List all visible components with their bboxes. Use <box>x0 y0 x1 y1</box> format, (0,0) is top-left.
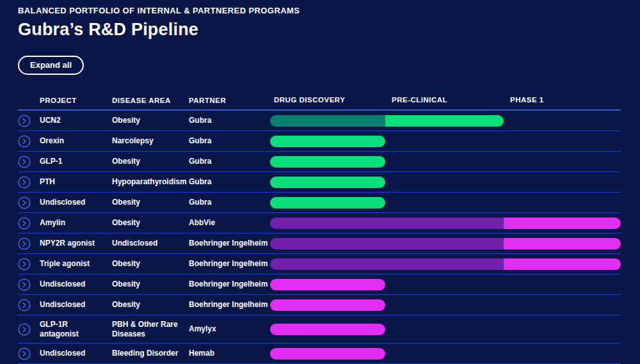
column-header-disease-area: DISEASE AREA <box>112 97 189 104</box>
project-cell: PTH <box>40 175 112 189</box>
bar-segment <box>270 197 385 209</box>
project-cell: Undisclosed <box>40 195 112 209</box>
project-cell: GLP-1 <box>40 154 112 168</box>
project-cell: Amylin <box>40 216 112 230</box>
column-header-drug-discovery: DRUG DISCOVERY <box>274 96 345 104</box>
disease-area-cell: Obesity <box>112 257 189 271</box>
disease-area-cell: Undisclosed <box>112 236 189 250</box>
pipeline-bar <box>270 115 621 127</box>
expand-row-button[interactable] <box>18 237 31 250</box>
partner-cell: Boehringer Ingelheim <box>189 277 270 291</box>
expand-cell <box>18 155 40 168</box>
disease-area-cell: Obesity <box>112 216 189 230</box>
pipeline-page: BALANCED PORTFOLIO OF INTERNAL & PARTNER… <box>0 0 640 364</box>
bar-segment <box>270 299 385 311</box>
disease-area-cell: Obesity <box>112 195 189 209</box>
disease-area-cell: PBH & Other Rare Diseases <box>112 317 189 341</box>
partner-cell: Hemab <box>189 346 270 360</box>
expand-cell <box>18 196 40 209</box>
project-cell: UCN2 <box>40 113 112 127</box>
partner-cell: Gubra <box>189 175 270 189</box>
disease-area-cell: Obesity <box>112 277 189 291</box>
pipeline-bar <box>270 218 621 229</box>
project-cell: Triple agonist <box>40 257 112 271</box>
partner-cell: Gubra <box>189 113 270 127</box>
partner-cell: Boehringer Ingelheim <box>189 236 270 250</box>
partner-cell: Boehringer Ingelheim <box>189 257 270 271</box>
expand-cell <box>18 115 40 127</box>
expand-cell <box>18 237 40 250</box>
table-row[interactable]: Orexin Narcolepsy Gubra <box>18 131 621 152</box>
pipeline-table: PROJECT DISEASE AREA PARTNER DRUG DISCOV… <box>18 96 621 364</box>
expand-row-button[interactable] <box>18 115 31 127</box>
pipeline-bar <box>270 279 621 290</box>
table-row[interactable]: PTH Hypoparathyroidism Gubra <box>18 172 621 193</box>
expand-row-button[interactable] <box>18 196 31 209</box>
bar-segment <box>270 258 504 270</box>
disease-area-cell: Obesity <box>112 154 189 168</box>
disease-area-cell: Narcolepsy <box>112 134 189 148</box>
expand-cell <box>18 278 40 291</box>
pipeline-bar <box>270 348 621 360</box>
table-row[interactable]: Undisclosed Obesity Boehringer Ingelheim <box>18 274 621 295</box>
chevron-right-icon <box>18 196 31 209</box>
table-row[interactable]: GLP-1R antagonist PBH & Other Rare Disea… <box>18 315 621 344</box>
expand-row-button[interactable] <box>18 299 31 312</box>
expand-row-button[interactable] <box>18 176 31 189</box>
expand-row-button[interactable] <box>18 323 31 336</box>
chevron-right-icon <box>18 237 31 250</box>
table-row[interactable]: NPY2R agonist Undisclosed Boehringer Ing… <box>18 233 621 254</box>
chevron-right-icon <box>18 176 31 189</box>
stage-headers: DRUG DISCOVERY PRE-CLINICAL PHASE 1 <box>270 96 621 104</box>
column-header-pre-clinical: PRE-CLINICAL <box>392 96 447 104</box>
expand-row-button[interactable] <box>18 135 31 148</box>
table-row[interactable]: Undisclosed Bleeding Disorder Hemab <box>18 344 621 364</box>
pipeline-bar <box>270 324 621 335</box>
expand-row-button[interactable] <box>18 278 31 291</box>
pipeline-bar <box>270 258 621 270</box>
table-row[interactable]: Undisclosed Obesity Boehringer Ingelheim <box>18 295 621 315</box>
column-header-phase-1: PHASE 1 <box>510 96 544 104</box>
expand-cell <box>18 299 40 312</box>
bar-segment <box>270 218 504 229</box>
table-row[interactable]: Undisclosed Obesity Gubra <box>18 193 621 213</box>
chevron-right-icon <box>18 323 31 336</box>
expand-row-button[interactable] <box>18 258 31 271</box>
bar-segment <box>270 279 385 290</box>
chevron-right-icon <box>18 155 31 168</box>
table-row[interactable]: UCN2 Obesity Gubra <box>18 111 621 131</box>
bar-segment <box>270 324 385 335</box>
table-row[interactable]: GLP-1 Obesity Gubra <box>18 152 621 172</box>
pipeline-bar <box>270 238 621 249</box>
bar-segment <box>270 238 504 249</box>
table-row[interactable]: Amylin Obesity AbbVie <box>18 213 621 233</box>
expand-cell <box>18 323 40 336</box>
chevron-right-icon <box>18 115 31 127</box>
disease-area-cell: Obesity <box>112 297 189 312</box>
table-row[interactable]: Triple agonist Obesity Boehringer Ingelh… <box>18 254 621 274</box>
expand-all-button[interactable]: Expand all <box>18 56 84 75</box>
page-title: Gubra’s R&D Pipeline <box>18 20 622 39</box>
bar-segment <box>504 238 621 249</box>
pipeline-bar <box>270 197 621 209</box>
partner-cell: Gubra <box>189 195 270 209</box>
column-header-partner: PARTNER <box>189 97 270 104</box>
expand-row-button[interactable] <box>18 155 31 168</box>
disease-area-cell: Obesity <box>112 113 189 127</box>
partner-cell: AbbVie <box>189 216 270 230</box>
expand-cell <box>18 347 40 360</box>
partner-cell: Gubra <box>189 134 270 148</box>
bar-segment <box>385 115 504 127</box>
expand-row-button[interactable] <box>18 217 31 230</box>
partner-cell: Boehringer Ingelheim <box>189 297 270 312</box>
table-header-row: PROJECT DISEASE AREA PARTNER DRUG DISCOV… <box>18 96 621 111</box>
table-body: UCN2 Obesity Gubra Orexin Narcolepsy Gub… <box>18 111 621 364</box>
bar-segment <box>270 156 385 168</box>
pipeline-bar <box>270 136 621 147</box>
expand-row-button[interactable] <box>18 347 31 360</box>
disease-area-cell: Bleeding Disorder <box>112 346 189 360</box>
chevron-right-icon <box>18 258 31 271</box>
bar-segment <box>504 258 621 270</box>
expand-cell <box>18 135 40 148</box>
project-cell: GLP-1R antagonist <box>40 317 112 341</box>
